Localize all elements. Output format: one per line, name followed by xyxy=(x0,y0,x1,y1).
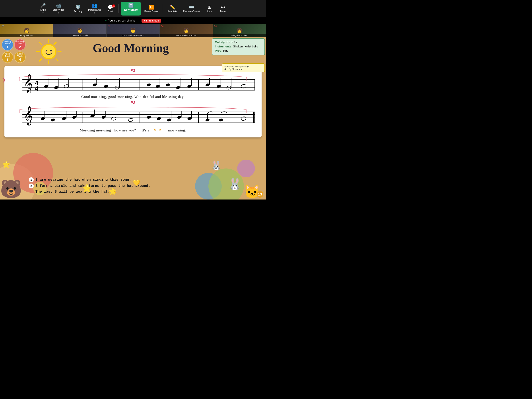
camera-icon: 📹 xyxy=(56,3,61,8)
svg-point-33 xyxy=(92,83,97,87)
security-button[interactable]: 🛡️ Security xyxy=(71,4,85,13)
sharing-bar: ✔ You are screen sharing 🛡 ■ Stop Share xyxy=(0,17,266,24)
video-strip: 👩 🎤 Wong Pek Har 👩 Corazon R. Tamio 👦 🚫 … xyxy=(0,24,266,37)
participant-name-2: Corazon R. Tamio xyxy=(53,34,106,37)
video-thumb-2[interactable]: 👩 Corazon R. Tamio xyxy=(53,24,106,37)
svg-point-39 xyxy=(146,83,151,87)
video-thumb-4[interactable]: 👩 🚫 Ma. Joebelyn V. Adona xyxy=(160,24,213,37)
share-up-icon: ⬆️ xyxy=(128,3,134,7)
participants-button[interactable]: 👥 Participants ▾ xyxy=(86,2,103,15)
check-icon-2: 🛡 xyxy=(137,19,139,22)
svg-point-82 xyxy=(146,116,151,119)
stop-video-button[interactable]: 📹 Stop Video ▾ xyxy=(51,2,67,15)
video-thumb-1[interactable]: 👩 🎤 Wong Pek Har xyxy=(0,24,53,37)
svg-point-73 xyxy=(72,116,77,119)
backing-track-1-button[interactable]: BackingTrack 1 xyxy=(2,39,13,51)
dancing-character-3: 💛 xyxy=(133,179,140,186)
svg-point-45 xyxy=(176,86,181,90)
video-thumb-5[interactable]: 👩 🚫 Galit_Elsie Marie A. xyxy=(213,24,266,37)
dancing-character-2: 🌟 xyxy=(108,187,117,195)
staff-1: 𝄞 4 4 xyxy=(9,74,257,94)
page-number: 13 xyxy=(257,191,263,198)
participants-icon: 👥 xyxy=(92,3,97,8)
mic-icon: 🎤 xyxy=(40,3,46,8)
notation-1: 𝄞 4 4 xyxy=(9,74,257,97)
pencil-icon: ✏️ xyxy=(170,5,175,9)
svg-point-11 xyxy=(50,50,52,51)
melody-row: Melody: d r m f s xyxy=(215,41,262,44)
rabbit-with-hat: 🐰 xyxy=(211,160,222,171)
more-button[interactable]: ••• More xyxy=(217,4,229,13)
sharing-status: ✔ You are screen sharing 🛡 xyxy=(105,19,139,22)
music-credit: Music by Penny Wong Arr. by Shen Vee xyxy=(222,63,265,72)
sheet-music: P1 𝄞 4 4 xyxy=(4,66,262,137)
instruments-row: Instruments: Shakers, wrist bells xyxy=(215,45,262,48)
mic-active-icon: 🎤 xyxy=(1,25,4,27)
instruction-3: The last S will be wearing the hat. xyxy=(29,190,237,194)
check-icon: ✔ xyxy=(105,19,107,22)
svg-text:𝄞: 𝄞 xyxy=(24,74,33,93)
stop-icon: ■ xyxy=(144,19,145,22)
track-buttons: BackingTrack 1 BackingTrack 2 AudioTrack… xyxy=(2,39,26,63)
svg-line-5 xyxy=(54,42,56,44)
phrase-1-label: P1 xyxy=(9,68,257,73)
svg-text:4: 4 xyxy=(35,85,38,92)
prop-row: Prop: Hat xyxy=(215,49,262,52)
svg-point-69 xyxy=(51,118,55,122)
participant-name-5: Galit_Elsie Marie A. xyxy=(213,34,266,37)
staff-2: 𝄞 xyxy=(9,106,257,126)
song-title: Good Morning xyxy=(64,41,197,55)
divider-1 xyxy=(69,4,69,13)
pause-icon: ⏸️ xyxy=(149,5,154,9)
annotate-button[interactable]: ✏️ Annotate xyxy=(165,4,179,13)
apps-button[interactable]: ⊞ Apps xyxy=(203,4,215,13)
dancing-character-1: ⭐ xyxy=(82,184,92,193)
svg-point-86 xyxy=(167,118,171,122)
new-share-button[interactable]: ⬆️ New Share ▾ xyxy=(121,2,141,15)
divider-3 xyxy=(163,4,163,13)
mic-muted-icon: 🚫 xyxy=(108,25,110,27)
svg-point-49 xyxy=(205,83,210,87)
participant-name-4: Ma. Joebelyn V. Adona xyxy=(160,34,213,37)
svg-point-43 xyxy=(166,83,170,87)
pause-share-button[interactable]: ⏸️ Pause Share xyxy=(142,4,161,13)
backing-track-2-button[interactable]: BackingTrack 2 xyxy=(14,39,26,51)
svg-text:𝄞: 𝄞 xyxy=(24,106,33,126)
keyboard-icon: ⌨️ xyxy=(189,5,194,9)
shield-icon: 🛡️ xyxy=(75,5,81,9)
remote-control-button[interactable]: ⌨️ Remote Control xyxy=(181,4,202,13)
svg-line-7 xyxy=(56,59,58,61)
arrow-decoration: ❯ xyxy=(2,77,6,83)
svg-point-10 xyxy=(46,50,47,51)
svg-point-13 xyxy=(50,51,52,53)
svg-point-88 xyxy=(177,116,182,119)
stop-share-button[interactable]: ■ Stop Share xyxy=(141,19,161,23)
audio-track-3-button[interactable]: AudioTrack 3 xyxy=(2,51,13,63)
svg-point-12 xyxy=(45,51,47,53)
star-decoration-left: ⭐ xyxy=(2,161,10,168)
mic-muted-icon-2: 🚫 xyxy=(161,25,164,27)
svg-point-96 xyxy=(241,116,247,121)
chat-button[interactable]: 1 💬 Chat xyxy=(104,4,116,13)
svg-line-6 xyxy=(39,59,41,61)
mic-muted-icon-3: 🚫 xyxy=(214,25,217,27)
video-thumb-3[interactable]: 👦 🚫 Jhon Maverick Rey Alarcon xyxy=(106,24,159,37)
svg-point-9 xyxy=(42,45,55,58)
song-info-box: Melody: d r m f s Instruments: Shakers, … xyxy=(212,38,265,55)
mute-button[interactable]: 🎤 Mute ▾ xyxy=(37,2,49,15)
chat-badge: 1 xyxy=(112,4,115,7)
phrase-2-label: P2 xyxy=(9,101,257,105)
svg-point-55 xyxy=(241,84,247,89)
participant-name-1: Wong Pek Har xyxy=(0,34,53,37)
divider-2 xyxy=(119,4,119,13)
apps-icon: ⊞ xyxy=(208,5,211,9)
zoom-toolbar: 🎤 Mute ▾ 📹 Stop Video ▾ 🛡️ Security 👥 Pa… xyxy=(0,0,266,17)
rabbit-decoration: 🐰 xyxy=(228,178,242,191)
participant-name-3: Jhon Maverick Rey Alarcon xyxy=(107,34,159,37)
sun-decoration xyxy=(35,38,62,65)
svg-point-29 xyxy=(54,86,59,90)
notation-2: 𝄞 xyxy=(9,106,257,129)
bear-decoration: 🐻 xyxy=(0,164,31,200)
audio-track-4-button[interactable]: AudioTrack 4 xyxy=(14,51,26,63)
more-icon: ••• xyxy=(221,5,225,9)
